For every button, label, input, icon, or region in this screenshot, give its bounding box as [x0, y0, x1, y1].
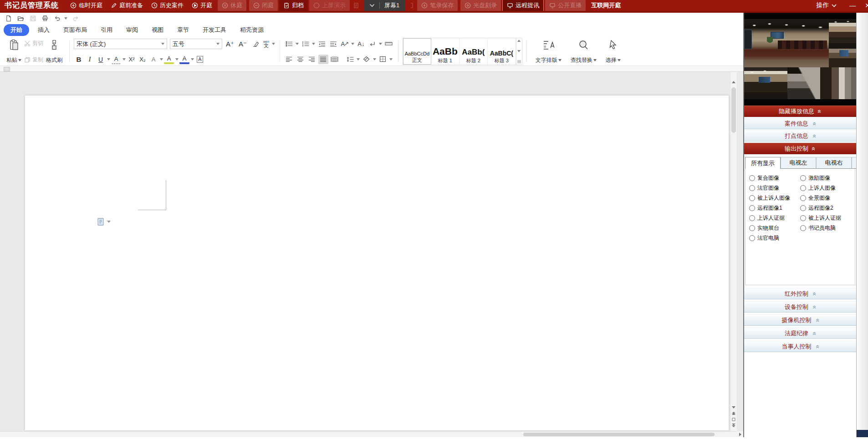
char-scaling-caret[interactable] [351, 43, 355, 45]
close-button[interactable]: ✕ [864, 2, 868, 9]
bold-button[interactable]: B [74, 55, 84, 64]
select-browse-object-button[interactable] [730, 416, 737, 422]
numbered-list-caret[interactable] [312, 43, 316, 45]
menu-open-court-button[interactable]: 开庭 [188, 0, 216, 12]
highlight-caret[interactable] [175, 58, 179, 61]
radio-remote-image-1[interactable]: 远程图像1 [749, 204, 800, 212]
document-canvas[interactable] [0, 72, 743, 437]
menu-pretrial-prep-button[interactable]: 庭前准备 [107, 0, 147, 12]
line-spacing-caret[interactable] [357, 58, 360, 61]
tab-review[interactable]: 审阅 [119, 24, 145, 36]
print-button[interactable] [40, 14, 51, 23]
highlight-color-button[interactable]: A [164, 55, 174, 64]
justify-button[interactable] [318, 55, 328, 64]
pinyin-guide-button[interactable]: wén 文 [263, 40, 269, 48]
radio-panorama-image[interactable]: 全景图像 [800, 194, 851, 202]
underline-caret[interactable] [107, 58, 110, 61]
show-marks-button[interactable] [368, 39, 378, 49]
radio-appellant-image[interactable]: 上诉人图像 [800, 184, 851, 192]
font-color-button[interactable]: A [179, 55, 189, 64]
tab-view[interactable]: 视图 [145, 24, 170, 36]
style-heading1[interactable]: AaBb 标题 1 [431, 38, 460, 65]
camera-feed-courtroom-main[interactable] [744, 19, 829, 67]
radio-composite-image[interactable]: 复合图像 [749, 174, 800, 182]
radio-voice-activated-image[interactable]: 激励图像 [800, 174, 851, 182]
font-size-select[interactable]: 五号 [170, 39, 222, 49]
tab-references[interactable]: 引用 [94, 24, 119, 36]
menu-remote-interrogation-button[interactable]: 远程提讯 [502, 0, 544, 11]
output-tab-all-displays[interactable]: 所有显示 [745, 157, 781, 169]
underline-button[interactable]: U [96, 55, 106, 64]
camera-feed-corridor-2[interactable] [820, 67, 856, 99]
style-heading3[interactable]: AaBbC( 标题 3 [488, 38, 516, 65]
decrease-font-button[interactable]: A⁻ [238, 39, 248, 49]
undo-button[interactable] [52, 14, 63, 23]
section-camera-control[interactable]: 摄像机控制 » [744, 314, 856, 326]
output-tab-tv-left[interactable]: 电视左 [781, 157, 816, 169]
radio-appellee-evidence[interactable]: 被上诉人证据 [800, 214, 851, 222]
decrease-indent-button[interactable] [317, 39, 327, 49]
scroll-up-button[interactable] [730, 79, 737, 85]
camera-feed-side-1[interactable] [829, 19, 856, 43]
previous-page-button[interactable] [730, 410, 737, 416]
radio-judge-image[interactable]: 法官图像 [749, 184, 800, 192]
font-color-caret[interactable] [190, 58, 194, 61]
tab-dev-tools[interactable]: 开发工具 [196, 24, 233, 36]
italic-button[interactable]: I [85, 55, 95, 64]
line-spacing-button[interactable] [345, 55, 355, 64]
horizontal-scrollbar[interactable] [0, 431, 737, 437]
radio-appellee-image[interactable]: 被上诉人图像 [749, 194, 800, 202]
section-party-control[interactable]: 当事人控制 » [744, 341, 856, 352]
menu-archive-button[interactable]: 归档 [279, 0, 308, 12]
clear-format-button[interactable] [250, 39, 260, 49]
align-left-button[interactable] [284, 55, 294, 64]
radio-judge-computer[interactable]: 法官电脑 [749, 234, 800, 242]
char-shading-caret[interactable] [122, 58, 126, 61]
style-heading2[interactable]: AaBb( 标题 2 [460, 38, 488, 65]
scroll-down-button[interactable] [730, 404, 737, 410]
pinyin-caret[interactable] [272, 43, 276, 45]
format-painter-button[interactable]: 格式刷 [43, 38, 65, 65]
sort-button[interactable]: A↓ [356, 39, 366, 49]
borders-button[interactable] [378, 55, 388, 64]
operation-dropdown[interactable]: 操作 [812, 1, 841, 10]
numbered-list-button[interactable] [301, 39, 311, 49]
increase-indent-button[interactable] [328, 39, 338, 49]
new-document-button[interactable] [3, 14, 14, 23]
text-effects-button[interactable]: A [148, 55, 158, 64]
section-device-control[interactable]: 设备控制 » [744, 301, 856, 313]
tab-home[interactable]: 开始 [4, 24, 29, 36]
select-button[interactable]: 选择 [601, 38, 625, 65]
radio-remote-image-2[interactable]: 远程图像2 [800, 204, 851, 212]
section-marker-info[interactable]: 打点信息 » [744, 130, 856, 141]
shading-caret[interactable] [373, 58, 377, 61]
scroll-right-button[interactable] [737, 431, 743, 437]
open-file-button[interactable] [15, 14, 26, 23]
undo-dropdown-caret[interactable] [64, 14, 69, 23]
text-layout-button[interactable]: 文字排版 [531, 38, 566, 65]
section-infrared-control[interactable]: 红外控制 » [744, 288, 856, 299]
char-border-button[interactable]: A [195, 55, 205, 64]
tab-page-layout[interactable]: 页面布局 [56, 24, 94, 36]
menu-internet-court-button[interactable]: 互联网开庭 [587, 0, 625, 12]
bullet-list-button[interactable] [284, 39, 294, 49]
subscript-button[interactable]: X₂ [138, 55, 148, 64]
paste-options-float[interactable] [97, 217, 111, 226]
text-effects-caret[interactable] [159, 58, 163, 61]
document-page[interactable] [25, 96, 729, 430]
increase-font-button[interactable]: A⁺ [225, 39, 235, 49]
tab-insert[interactable]: 插入 [31, 24, 56, 36]
radio-appellant-evidence[interactable]: 上诉人证据 [749, 214, 800, 222]
camera-feed-side-2[interactable] [829, 43, 856, 67]
borders-caret[interactable] [389, 58, 393, 61]
screen-selector-dropdown[interactable]: 屏幕1 [364, 0, 405, 11]
minimize-button[interactable]: — [841, 2, 864, 9]
section-court-discipline[interactable]: 法庭纪律 » [744, 328, 856, 339]
superscript-button[interactable]: X² [127, 55, 137, 64]
bullet-list-caret[interactable] [296, 43, 299, 45]
shading-button[interactable] [362, 55, 372, 64]
tab-docer-resources[interactable]: 稻壳资源 [233, 24, 271, 36]
find-replace-button[interactable]: 查找替换 [566, 38, 601, 65]
section-output-control[interactable]: 输出控制 « [744, 143, 856, 154]
output-tab-tv-right[interactable]: 电视右 [816, 157, 852, 169]
